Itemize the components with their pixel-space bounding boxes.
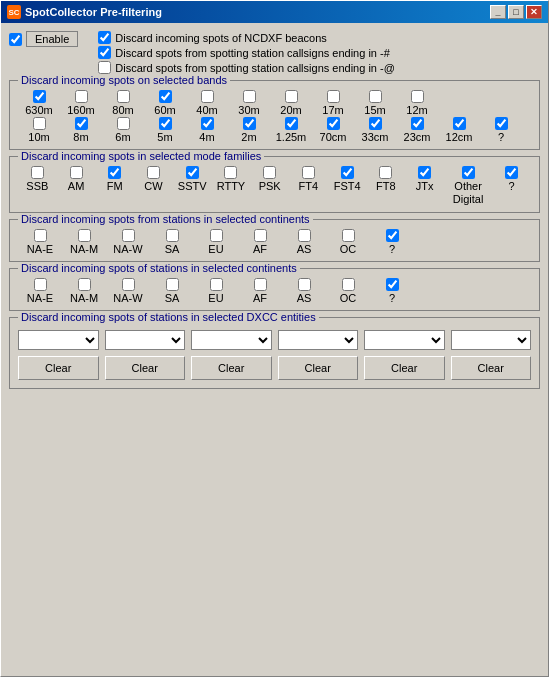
cont-from-naw: NA-W — [106, 228, 150, 255]
mode-fm-checkbox[interactable] — [108, 166, 121, 179]
cont-of-q-checkbox[interactable] — [386, 278, 399, 291]
dxcc-clear-6[interactable]: Clear — [451, 356, 532, 380]
dxcc-clear-3[interactable]: Clear — [191, 356, 272, 380]
cont-of-sa: SA — [150, 277, 194, 304]
cont-from-as: AS — [282, 228, 326, 255]
at-checkbox[interactable] — [98, 61, 111, 74]
dxcc-select-4[interactable] — [278, 330, 359, 350]
cont-of-nam-checkbox[interactable] — [78, 278, 91, 291]
modes-group: Discard incoming spots in selected mode … — [9, 156, 540, 213]
dxcc-select-1[interactable] — [18, 330, 99, 350]
band-12m: 12m — [396, 89, 438, 116]
mode-am-checkbox[interactable] — [70, 166, 83, 179]
enable-row: Enable — [9, 31, 78, 47]
mode-rtty-checkbox[interactable] — [224, 166, 237, 179]
maximize-button[interactable]: □ — [508, 5, 524, 19]
band-15m-checkbox[interactable] — [369, 90, 382, 103]
top-options: Discard incoming spots of NCDXF beacons … — [98, 31, 395, 74]
app-icon: SC — [7, 5, 21, 19]
band-17m-checkbox[interactable] — [327, 90, 340, 103]
dxcc-clear-1[interactable]: Clear — [18, 356, 99, 380]
mode-ssb-checkbox[interactable] — [31, 166, 44, 179]
band-4m-checkbox[interactable] — [201, 117, 214, 130]
mode-am: AM — [57, 165, 96, 193]
mode-fst4-checkbox[interactable] — [341, 166, 354, 179]
band-4m: 4m — [186, 116, 228, 143]
dxcc-select-3[interactable] — [191, 330, 272, 350]
cont-of-nae-checkbox[interactable] — [34, 278, 47, 291]
cont-from-af-checkbox[interactable] — [254, 229, 267, 242]
band-20m-checkbox[interactable] — [285, 90, 298, 103]
cont-of-eu-checkbox[interactable] — [210, 278, 223, 291]
cont-of-af-checkbox[interactable] — [254, 278, 267, 291]
cont-from-naw-checkbox[interactable] — [122, 229, 135, 242]
dxcc-select-5[interactable] — [364, 330, 445, 350]
band-12m-checkbox[interactable] — [411, 90, 424, 103]
dxcc-clear-4[interactable]: Clear — [278, 356, 359, 380]
band-6m-checkbox[interactable] — [117, 117, 130, 130]
cont-from-nae: NA-E — [18, 228, 62, 255]
mode-other: Other Digital — [444, 165, 492, 206]
mode-ft4-checkbox[interactable] — [302, 166, 315, 179]
band-12cm-checkbox[interactable] — [453, 117, 466, 130]
dxcc-select-2[interactable] — [105, 330, 186, 350]
band-2m-checkbox[interactable] — [243, 117, 256, 130]
band-8m-checkbox[interactable] — [75, 117, 88, 130]
dxcc-dropdown-6 — [451, 330, 532, 350]
continents-from-grid: NA-E NA-M NA-W SA EU AF AS OC ? — [18, 228, 531, 255]
continents-of-row: NA-E NA-M NA-W SA EU AF AS OC ? — [18, 277, 531, 304]
band-6m: 6m — [102, 116, 144, 143]
hash-row: Discard spots from spotting station call… — [98, 46, 395, 59]
cont-from-eu-checkbox[interactable] — [210, 229, 223, 242]
band-125m-checkbox[interactable] — [285, 117, 298, 130]
band-30m-checkbox[interactable] — [243, 90, 256, 103]
band-q-checkbox[interactable] — [495, 117, 508, 130]
mode-cw-checkbox[interactable] — [147, 166, 160, 179]
mode-q: ? — [492, 165, 531, 193]
dxcc-dropdown-2 — [105, 330, 186, 350]
mode-ft8-checkbox[interactable] — [379, 166, 392, 179]
ncdxf-row: Discard incoming spots of NCDXF beacons — [98, 31, 395, 44]
close-button[interactable]: ✕ — [526, 5, 542, 19]
enable-checkbox[interactable] — [9, 33, 22, 46]
dxcc-clear-5[interactable]: Clear — [364, 356, 445, 380]
band-70cm-checkbox[interactable] — [327, 117, 340, 130]
cont-of-naw-checkbox[interactable] — [122, 278, 135, 291]
mode-other-checkbox[interactable] — [462, 166, 475, 179]
mode-q-checkbox[interactable] — [505, 166, 518, 179]
band-40m-checkbox[interactable] — [201, 90, 214, 103]
mode-sstv-checkbox[interactable] — [186, 166, 199, 179]
cont-from-nae-checkbox[interactable] — [34, 229, 47, 242]
ncdxf-checkbox[interactable] — [98, 31, 111, 44]
cont-from-sa-checkbox[interactable] — [166, 229, 179, 242]
continents-from-group: Discard incoming spots from stations in … — [9, 219, 540, 262]
band-160m-checkbox[interactable] — [75, 90, 88, 103]
cont-from-nam: NA-M — [62, 228, 106, 255]
cont-of-as-checkbox[interactable] — [298, 278, 311, 291]
main-window: SC SpotCollector Pre-filtering _ □ ✕ Ena… — [0, 0, 549, 677]
cont-from-as-checkbox[interactable] — [298, 229, 311, 242]
band-630m-checkbox[interactable] — [33, 90, 46, 103]
bands-group-title: Discard incoming spots on selected bands — [18, 74, 230, 86]
dxcc-clear-2[interactable]: Clear — [105, 356, 186, 380]
band-80m-checkbox[interactable] — [117, 90, 130, 103]
cont-of-sa-checkbox[interactable] — [166, 278, 179, 291]
cont-from-q-checkbox[interactable] — [386, 229, 399, 242]
cont-from-nam-checkbox[interactable] — [78, 229, 91, 242]
cont-of-af: AF — [238, 277, 282, 304]
band-10m-checkbox[interactable] — [33, 117, 46, 130]
band-23cm-checkbox[interactable] — [411, 117, 424, 130]
minimize-button[interactable]: _ — [490, 5, 506, 19]
cont-of-nam: NA-M — [62, 277, 106, 304]
hash-checkbox[interactable] — [98, 46, 111, 59]
mode-jtx-checkbox[interactable] — [418, 166, 431, 179]
cont-of-oc: OC — [326, 277, 370, 304]
band-60m-checkbox[interactable] — [159, 90, 172, 103]
band-33cm-checkbox[interactable] — [369, 117, 382, 130]
mode-psk-checkbox[interactable] — [263, 166, 276, 179]
mode-fm: FM — [95, 165, 134, 193]
cont-from-oc-checkbox[interactable] — [342, 229, 355, 242]
band-5m-checkbox[interactable] — [159, 117, 172, 130]
dxcc-select-6[interactable] — [451, 330, 532, 350]
cont-of-oc-checkbox[interactable] — [342, 278, 355, 291]
